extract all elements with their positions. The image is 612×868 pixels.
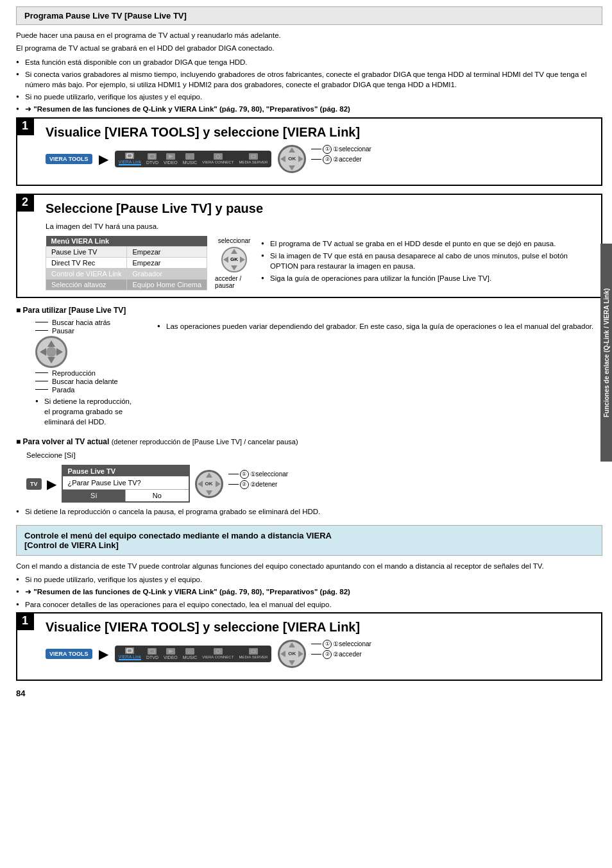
section2-para-bullet: Para conocer detalles de las operaciones… bbox=[16, 599, 602, 610]
music-label: MUSIC bbox=[183, 160, 198, 165]
step2-menu: Menú VIERA Link Pause Live TV Empezar Di… bbox=[46, 236, 207, 290]
video-label2: VIDEO bbox=[164, 655, 178, 660]
step2-title: Seleccione [Pause Live TV] y pause bbox=[46, 201, 593, 216]
menu-icon-vieralink bbox=[125, 153, 134, 159]
section2-line1: Controle el menú del equipo conectado me… bbox=[24, 531, 332, 540]
label-back: Buscar hacia atrás bbox=[35, 319, 138, 326]
gk-button[interactable]: GK bbox=[221, 247, 247, 272]
menu-table-header: Menú VIERA Link bbox=[46, 236, 207, 247]
ok-button3[interactable]: OK bbox=[278, 640, 306, 668]
ok-button2[interactable]: OK bbox=[195, 470, 223, 498]
confirm-box: Pause Live TV ¿Parar Pause Live TV? Sí N… bbox=[62, 465, 190, 503]
arrow-right-icon2: ▶ bbox=[99, 646, 108, 662]
label-dash-forward bbox=[35, 381, 48, 381]
media-server-label: MEDIA SERVER bbox=[239, 160, 268, 164]
ok-button-wrap2: OK bbox=[195, 470, 223, 498]
menu-icon-dtvd2 bbox=[148, 648, 157, 655]
hint2-text: ②acceder bbox=[333, 156, 362, 163]
menu-item-viera-link: VIERA Link bbox=[119, 153, 141, 165]
tv-button[interactable]: TV bbox=[26, 478, 42, 490]
menu-icon-music2: ♪ bbox=[185, 648, 194, 655]
para-volver-suffix: (detener reproducción de [Pause Live TV]… bbox=[112, 438, 298, 446]
remote-center-dot bbox=[46, 347, 56, 357]
dtvd-label2: DTVD bbox=[146, 655, 158, 660]
menu-label-2: Control de VIERA Link bbox=[46, 268, 127, 279]
remote-right-bullet: Las operaciones pueden variar dependiend… bbox=[157, 321, 602, 331]
volver-hint1-text: ①seleccionar bbox=[250, 471, 289, 478]
step1b-hint2-decor bbox=[311, 654, 321, 655]
square-icon: ■ bbox=[16, 306, 23, 315]
remote-circle-row bbox=[35, 336, 138, 368]
viera-connect-label2: VIERA CONNECT bbox=[202, 655, 234, 659]
para-utilizar-header: ■ Para utilizar [Pause Live TV] bbox=[16, 306, 602, 315]
hint2-line-decor bbox=[311, 159, 321, 160]
menu-bar: VIERA Link DTVD VIDEO ♪ bbox=[115, 151, 272, 167]
label-play: Reproducción bbox=[35, 369, 138, 377]
menu-icon-video bbox=[166, 153, 175, 160]
ok-button[interactable]: OK bbox=[278, 145, 306, 173]
section1-title: Programa Pause Live TV [Pause Live TV] bbox=[24, 11, 594, 21]
section2-arrow-text: "Resumen de las funciones de Q-Link y VI… bbox=[33, 588, 350, 596]
step2-subtitle: La imagen del TV hará una pausa. bbox=[46, 221, 593, 232]
menu-item-media-server2: MEDIA SERVER bbox=[239, 648, 268, 659]
menu-row-2: Control de VIERA Link Grabador bbox=[46, 268, 207, 279]
step1b-hint1-num: ① bbox=[323, 640, 332, 649]
menu-row-1: Direct TV Rec Empezar bbox=[46, 257, 207, 268]
step1-container: 1 Visualice [VIERA TOOLS] y seleccione [… bbox=[16, 117, 602, 186]
viera-tools-badge2: VIERA TOOLS bbox=[46, 649, 92, 659]
viera-link-label2: VIERA Link bbox=[119, 655, 141, 659]
menu-label-1: Direct TV Rec bbox=[46, 257, 127, 268]
stop-bullet-list: Si detiene la reproducción, el programa … bbox=[35, 396, 138, 427]
menu-item-viera-connect: VIERA CONNECT bbox=[202, 153, 234, 164]
volver-footer-bullet: Si detiene la reproducción o cancela la … bbox=[16, 506, 602, 517]
step1b-hint2-text: ②acceder bbox=[333, 651, 362, 658]
side-tab: Funciones de enlace (Q-Link / VIERA Link… bbox=[600, 244, 612, 462]
step-volver-hints: ① ①seleccionar ② ②detener bbox=[228, 470, 289, 489]
label-dash-pause bbox=[35, 330, 48, 331]
step1-nav: VIERA TOOLS ▶ VIERA Link DTVD bbox=[46, 145, 593, 173]
menu-value-0: Empezar bbox=[127, 246, 207, 257]
svg-point-10 bbox=[216, 649, 220, 653]
section2-bullet0: Si no puede utilizarlo, verifique los aj… bbox=[16, 574, 602, 585]
para-volver-section: ■ Para volver al TV actual (detener repr… bbox=[16, 437, 602, 517]
remote-right-bullets: Las operaciones pueden variar dependiend… bbox=[157, 321, 602, 331]
label-pause: Pausar bbox=[35, 327, 138, 335]
step2-container: 2 Seleccione [Pause Live TV] y pause La … bbox=[16, 194, 602, 298]
svg-rect-1 bbox=[149, 154, 155, 158]
volver-hint2-decor bbox=[228, 484, 239, 485]
step2-gk-area: seleccionar GK acceder / pausar bbox=[215, 236, 253, 290]
viera-connect-label: VIERA CONNECT bbox=[202, 160, 234, 164]
ok-hints-container3: OK ① ①seleccionar ② bbox=[278, 640, 371, 668]
btn-yes[interactable]: Sí bbox=[63, 490, 126, 501]
remote-down-arrow bbox=[47, 357, 55, 363]
step2-bullet-0: El programa de TV actual se graba en el … bbox=[261, 238, 593, 249]
step1b-hint1-text: ①seleccionar bbox=[333, 640, 371, 647]
label-stop-text: Parada bbox=[52, 386, 74, 394]
hint1-text: ①seleccionar bbox=[333, 146, 371, 153]
label-pause-text: Pausar bbox=[52, 327, 74, 335]
bullet2: Si conecta varios grabadores al mismo ti… bbox=[16, 69, 602, 90]
bullet3: Si no puede utilizarlo, verifique los aj… bbox=[16, 92, 602, 102]
menu-icon-vieralink2 bbox=[125, 647, 134, 654]
volver-footer-bullets: Si detiene la reproducción o cancela la … bbox=[16, 506, 602, 517]
section1-header: Programa Pause Live TV [Pause Live TV] bbox=[16, 6, 602, 25]
step1b-number: 1 bbox=[16, 612, 34, 630]
step2-right-bullets: El programa de TV actual se graba en el … bbox=[261, 236, 593, 290]
menu-value-2: Grabador bbox=[127, 268, 207, 279]
remote-right-text: Las operaciones pueden variar dependiend… bbox=[157, 319, 602, 430]
label-forward: Buscar hacia delante bbox=[35, 378, 138, 385]
step1b-nav: VIERA TOOLS ▶ VIERA Link DTVD bbox=[46, 640, 593, 668]
step2-bullet-1: Si la imagen de TV que está en pausa des… bbox=[261, 251, 593, 271]
hint-access-label: acceder / pausar bbox=[215, 275, 253, 289]
volver-hint2-text: ②detener bbox=[250, 481, 278, 488]
btn-no[interactable]: No bbox=[126, 490, 189, 501]
svg-text:♪: ♪ bbox=[187, 154, 190, 159]
page-number: 84 bbox=[16, 689, 602, 698]
arrow-icon: ➜ bbox=[25, 104, 31, 113]
step2-bullets: El programa de TV actual se graba en el … bbox=[261, 238, 593, 283]
para-volver-row: TV ▶ Pause Live TV ¿Parar Pause Live TV?… bbox=[26, 465, 602, 503]
label-stop: Parada bbox=[35, 386, 138, 394]
menu-item-video2: VIDEO bbox=[164, 648, 178, 660]
svg-marker-8 bbox=[169, 649, 173, 653]
volver-hint1-line: ① ①seleccionar bbox=[228, 470, 289, 479]
